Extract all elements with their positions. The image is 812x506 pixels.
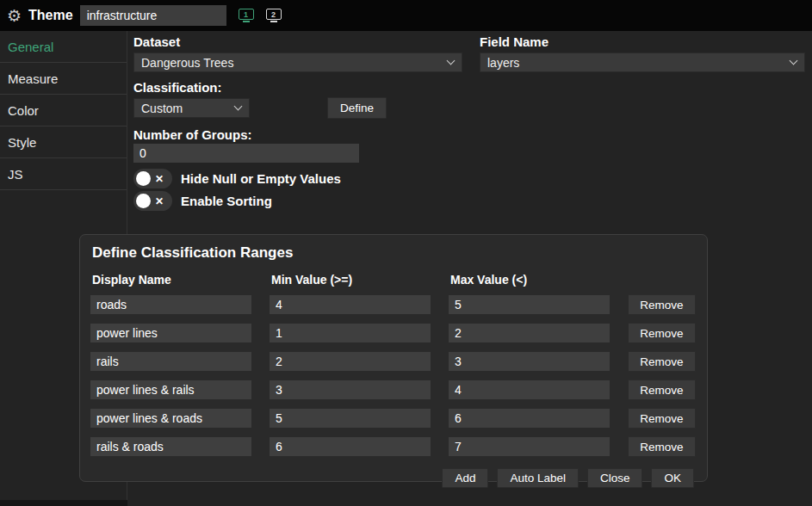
max-value-input[interactable]	[449, 324, 610, 342]
remove-button[interactable]: Remove	[628, 408, 696, 429]
max-value-input[interactable]	[449, 437, 610, 456]
auto-label-button[interactable]: Auto Label	[497, 468, 579, 488]
remove-button[interactable]: Remove	[628, 436, 696, 457]
display-name-input[interactable]	[90, 295, 251, 314]
remove-button[interactable]: Remove	[628, 351, 696, 372]
remove-button[interactable]: Remove	[628, 323, 696, 343]
max-value-input[interactable]	[449, 380, 610, 399]
field-name-select[interactable]: layers	[480, 52, 805, 72]
define-classification-ranges-panel: Define Classification Ranges Display Nam…	[79, 234, 708, 482]
enable-sorting-toggle-row: ✕ Enable Sorting	[133, 191, 272, 211]
close-button[interactable]: Close	[587, 468, 643, 488]
define-button[interactable]: Define	[327, 97, 387, 119]
field-name-label: Field Name	[480, 34, 549, 49]
gear-icon[interactable]: ⚙	[7, 8, 22, 24]
max-value-input[interactable]	[449, 295, 610, 314]
screen-2-box: 2	[266, 9, 282, 20]
number-of-groups-label: Number of Groups:	[133, 127, 252, 142]
display-name-input[interactable]	[90, 324, 251, 342]
column-header-display-name: Display Name	[90, 273, 251, 287]
dataset-select-value: Dangerous Trees	[141, 56, 233, 70]
theme-name-input[interactable]	[80, 5, 226, 26]
min-value-input[interactable]	[270, 295, 431, 314]
toggle-off-icon: ✕	[155, 195, 164, 207]
classification-label: Classification:	[133, 80, 222, 95]
min-value-input[interactable]	[270, 352, 431, 371]
remove-button[interactable]: Remove	[628, 294, 696, 315]
remove-button[interactable]: Remove	[628, 380, 696, 400]
hide-null-label: Hide Null or Empty Values	[181, 171, 341, 186]
display-name-input[interactable]	[90, 352, 251, 371]
display-name-input[interactable]	[90, 409, 251, 428]
min-value-input[interactable]	[270, 437, 431, 456]
max-value-input[interactable]	[449, 409, 610, 428]
chevron-down-icon	[790, 57, 798, 65]
screen-2-stand	[270, 21, 277, 22]
add-button[interactable]: Add	[442, 468, 488, 488]
sidebar-item-color[interactable]: Color	[0, 95, 127, 126]
chevron-down-icon	[234, 102, 243, 111]
top-bar: ⚙ Theme 1 2	[0, 0, 812, 31]
hide-null-toggle-row: ✕ Hide Null or Empty Values	[133, 169, 341, 188]
sidebar-item-style[interactable]: Style	[0, 126, 127, 158]
panel-action-buttons: Add Auto Label Close OK	[90, 468, 694, 488]
theme-title: Theme	[28, 8, 73, 23]
display-name-input[interactable]	[90, 380, 251, 399]
hide-null-toggle[interactable]: ✕	[133, 169, 172, 188]
ok-button[interactable]: OK	[651, 468, 694, 488]
toggle-off-icon: ✕	[155, 173, 164, 185]
column-header-max-value: Max Value (<)	[449, 273, 610, 287]
panel-title: Define Classification Ranges	[90, 244, 694, 262]
enable-sorting-toggle[interactable]: ✕	[133, 191, 172, 211]
classification-select[interactable]: Custom	[133, 98, 250, 118]
screen-1-stand	[243, 21, 250, 22]
display-name-input[interactable]	[90, 437, 251, 456]
sidebar-footer	[0, 500, 127, 506]
toggle-knob	[136, 171, 151, 186]
max-value-input[interactable]	[449, 352, 610, 371]
sidebar-item-general[interactable]: General	[0, 31, 127, 63]
classification-select-value: Custom	[141, 102, 183, 115]
screen-2-icon[interactable]: 2	[266, 9, 282, 22]
screen-1-icon[interactable]: 1	[239, 9, 254, 22]
dataset-select[interactable]: Dangerous Trees	[133, 52, 462, 72]
toggle-knob	[136, 194, 151, 208]
chevron-down-icon	[447, 57, 456, 65]
enable-sorting-label: Enable Sorting	[181, 194, 272, 208]
column-header-min-value: Min Value (>=)	[270, 273, 431, 287]
min-value-input[interactable]	[270, 380, 431, 399]
classification-table: Display Name Min Value (>=) Max Value (<…	[90, 273, 694, 457]
dataset-label: Dataset	[133, 34, 180, 49]
min-value-input[interactable]	[270, 409, 431, 428]
sidebar-item-measure[interactable]: Measure	[0, 63, 127, 95]
field-name-select-value: layers	[487, 56, 519, 70]
number-of-groups-input[interactable]	[133, 144, 359, 163]
sidebar-item-js[interactable]: JS	[0, 158, 127, 190]
screen-1-box: 1	[239, 9, 254, 20]
min-value-input[interactable]	[270, 324, 431, 342]
